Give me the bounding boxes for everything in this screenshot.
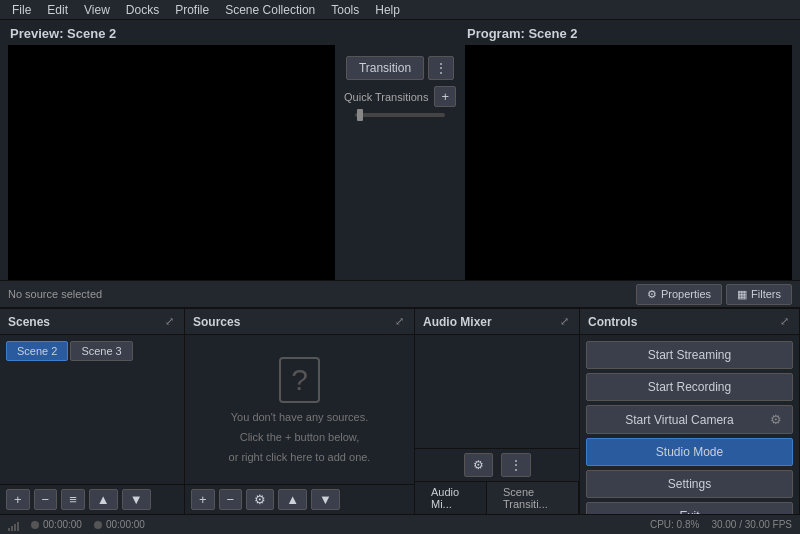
exit-button[interactable]: Exit <box>586 502 793 514</box>
menu-scene-collection[interactable]: Scene Collection <box>217 2 323 18</box>
sources-up-button[interactable]: ▲ <box>278 489 307 510</box>
properties-label: Properties <box>661 288 711 300</box>
start-virtual-camera-button[interactable]: Start Virtual Camera <box>593 413 766 427</box>
scenes-panel-title: Scenes <box>8 315 50 329</box>
fps-label: 30.00 / 30.00 FPS <box>711 519 792 530</box>
scenes-down-button[interactable]: ▼ <box>122 489 151 510</box>
properties-button[interactable]: ⚙ Properties <box>636 284 722 305</box>
scene-item-2[interactable]: Scene 3 <box>70 341 132 361</box>
preview-right-title: Program: Scene 2 <box>465 26 792 41</box>
controls-panel-title: Controls <box>588 315 637 329</box>
status-rec-time: 00:00:00 <box>94 519 145 530</box>
tab-scene-transitions[interactable]: Scene Transiti... <box>487 482 579 514</box>
scene-item-1[interactable]: Scene 2 <box>6 341 68 361</box>
sources-panel-header: Sources ⤢ <box>185 309 414 335</box>
mixer-panel-popup-button[interactable]: ⤢ <box>558 315 571 328</box>
status-bar: 00:00:00 00:00:00 CPU: 0.8% 30.00 / 30.0… <box>0 514 800 534</box>
signal-bars-icon <box>8 519 19 531</box>
mixer-content <box>415 335 579 448</box>
status-cpu: CPU: 0.8% <box>650 519 699 530</box>
mixer-menu-button[interactable]: ⋮ <box>501 453 531 477</box>
sources-panel-popup-button[interactable]: ⤢ <box>393 315 406 328</box>
transition-slider-thumb <box>357 109 363 121</box>
quick-transitions-add-button[interactable]: + <box>434 86 456 107</box>
main-area: Preview: Scene 2 Transition ⋮ Quick Tran… <box>0 20 800 534</box>
menu-edit[interactable]: Edit <box>39 2 76 18</box>
scenes-add-button[interactable]: + <box>6 489 30 510</box>
start-recording-button[interactable]: Start Recording <box>586 373 793 401</box>
status-stream-time: 00:00:00 <box>31 519 82 530</box>
mixer-bottom-tabs: Audio Mi... Scene Transiti... <box>415 481 579 514</box>
sources-add-button[interactable]: + <box>191 489 215 510</box>
menu-tools[interactable]: Tools <box>323 2 367 18</box>
sources-empty-line1: You don't have any sources. <box>231 411 368 423</box>
mixer-panel-header: Audio Mixer ⤢ <box>415 309 579 335</box>
controls-panel-popup-button[interactable]: ⤢ <box>778 315 791 328</box>
rec-time-value: 00:00:00 <box>106 519 145 530</box>
start-streaming-button[interactable]: Start Streaming <box>586 341 793 369</box>
menu-file[interactable]: File <box>4 2 39 18</box>
scenes-list: Scene 2 Scene 3 <box>0 335 184 484</box>
stream-time-value: 00:00:00 <box>43 519 82 530</box>
source-bar: No source selected ⚙ Properties ▦ Filter… <box>0 280 800 308</box>
sources-panel-footer: + − ⚙ ▲ ▼ <box>185 484 414 514</box>
mixer-panel: Audio Mixer ⤢ ⚙ ⋮ Audio Mi... Scene Tran… <box>415 309 580 514</box>
menu-bar: File Edit View Docks Profile Scene Colle… <box>0 0 800 20</box>
menu-help[interactable]: Help <box>367 2 408 18</box>
bottom-panels: Scenes ⤢ Scene 2 Scene 3 + − ≡ ▲ ▼ Sourc… <box>0 308 800 514</box>
quick-transitions-row: Quick Transitions + <box>344 86 456 107</box>
settings-button[interactable]: Settings <box>586 470 793 498</box>
filters-button[interactable]: ▦ Filters <box>726 284 792 305</box>
mixer-gear-button[interactable]: ⚙ <box>464 453 493 477</box>
preview-left-title: Preview: Scene 2 <box>8 26 335 41</box>
sources-empty-state[interactable]: ? You don't have any sources. Click the … <box>185 335 414 484</box>
sources-empty-icon: ? <box>279 357 320 403</box>
properties-gear-icon: ⚙ <box>647 288 657 301</box>
sources-empty-line2: Click the + button below, <box>240 431 360 443</box>
rec-dot-icon <box>94 521 102 529</box>
preview-left-panel: Preview: Scene 2 <box>8 26 335 280</box>
no-source-label: No source selected <box>8 288 632 300</box>
cpu-label: CPU: 0.8% <box>650 519 699 530</box>
virtual-camera-gear-icon[interactable]: ⚙ <box>766 412 786 427</box>
tab-audio-mixer[interactable]: Audio Mi... <box>415 482 487 514</box>
mixer-footer: ⚙ ⋮ <box>415 448 579 481</box>
sources-panel: Sources ⤢ ? You don't have any sources. … <box>185 309 415 514</box>
preview-area: Preview: Scene 2 Transition ⋮ Quick Tran… <box>0 20 800 280</box>
transition-button[interactable]: Transition <box>346 56 424 80</box>
scenes-panel-footer: + − ≡ ▲ ▼ <box>0 484 184 514</box>
preview-right-screen[interactable] <box>465 45 792 280</box>
filters-label: Filters <box>751 288 781 300</box>
sources-gear-button[interactable]: ⚙ <box>246 489 274 510</box>
menu-view[interactable]: View <box>76 2 118 18</box>
status-fps: 30.00 / 30.00 FPS <box>711 519 792 530</box>
mixer-panel-title: Audio Mixer <box>423 315 492 329</box>
preview-right-panel: Program: Scene 2 <box>465 26 792 280</box>
controls-content: Start Streaming Start Recording Start Vi… <box>580 335 799 514</box>
scenes-panel-header: Scenes ⤢ <box>0 309 184 335</box>
sources-panel-title: Sources <box>193 315 240 329</box>
stream-dot-icon <box>31 521 39 529</box>
controls-panel-header: Controls ⤢ <box>580 309 799 335</box>
status-signal <box>8 519 19 531</box>
studio-mode-button[interactable]: Studio Mode <box>586 438 793 466</box>
sources-remove-button[interactable]: − <box>219 489 243 510</box>
filters-grid-icon: ▦ <box>737 288 747 301</box>
transition-menu-button[interactable]: ⋮ <box>428 56 454 80</box>
sources-empty-line3: or right click here to add one. <box>229 451 371 463</box>
scenes-up-button[interactable]: ▲ <box>89 489 118 510</box>
transition-slider[interactable] <box>355 113 445 117</box>
preview-left-screen[interactable] <box>8 45 335 280</box>
transition-btn-row: Transition ⋮ <box>346 56 454 80</box>
start-virtual-camera-row: Start Virtual Camera ⚙ <box>586 405 793 434</box>
scenes-panel-popup-button[interactable]: ⤢ <box>163 315 176 328</box>
quick-transitions-label: Quick Transitions <box>344 91 428 103</box>
menu-docks[interactable]: Docks <box>118 2 167 18</box>
menu-profile[interactable]: Profile <box>167 2 217 18</box>
transition-slider-container <box>355 113 445 117</box>
transition-area: Transition ⋮ Quick Transitions + <box>335 26 465 280</box>
scenes-filter-button[interactable]: ≡ <box>61 489 85 510</box>
scenes-panel: Scenes ⤢ Scene 2 Scene 3 + − ≡ ▲ ▼ <box>0 309 185 514</box>
sources-down-button[interactable]: ▼ <box>311 489 340 510</box>
scenes-remove-button[interactable]: − <box>34 489 58 510</box>
